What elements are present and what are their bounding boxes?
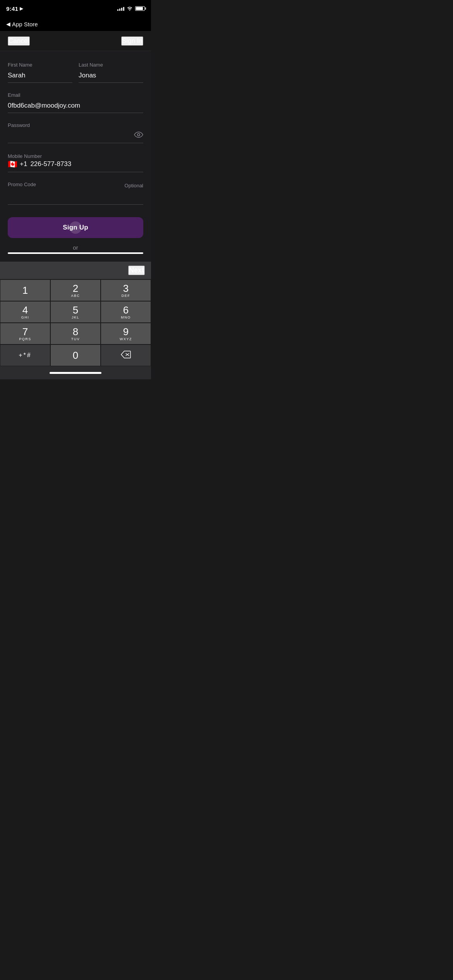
mobile-input[interactable] [30,160,143,168]
sign-up-button[interactable]: Sign Up [8,217,143,238]
location-icon: ▶ [20,6,23,11]
home-bar [50,372,101,374]
canada-flag: 🇨🇦 [8,159,17,169]
home-indicator [0,366,151,379]
status-left: 9:41 ▶ [6,5,23,12]
key-6[interactable]: 6 MNO [101,301,151,323]
key-7[interactable]: 7 PQRS [0,323,50,344]
form-area: First Name Last Name Email Password Mo [0,51,151,262]
mobile-label: Mobile Number [8,153,42,159]
back-arrow-icon: ◀ [6,21,10,27]
country-selector[interactable]: 🇨🇦 +1 [8,159,27,169]
or-text: or [73,244,78,251]
key-delete[interactable] [101,344,151,366]
password-input[interactable] [8,130,134,140]
key-9[interactable]: 9 WXYZ [101,323,151,344]
email-field: Email [8,92,143,113]
first-name-input[interactable] [8,70,72,83]
app-store-label: App Store [12,21,38,27]
key-0[interactable]: 0 [50,344,101,366]
name-row: First Name Last Name [8,62,143,83]
keyboard-toolbar: Next [0,262,151,279]
mobile-input-row: 🇨🇦 +1 [8,159,143,172]
btn-ripple [69,221,82,234]
sign-in-button[interactable]: Sign In [121,36,143,46]
app-store-back[interactable]: ◀ App Store [6,21,38,27]
keyboard-area: Next 1 2 ABC 3 DEF 4 GHI 5 JKL 6 MNO [0,262,151,366]
status-bar: 9:41 ▶ [0,0,151,17]
optional-label: Optional [125,183,143,188]
keyboard-keys: 1 2 ABC 3 DEF 4 GHI 5 JKL 6 MNO 7 PQRS [0,279,151,366]
or-divider: or [8,244,143,251]
key-1[interactable]: 1 [0,279,50,301]
promo-input[interactable] [8,192,143,205]
cancel-button[interactable]: Cancel [8,36,30,46]
country-code: +1 [20,160,27,168]
key-4[interactable]: 4 GHI [0,301,50,323]
key-8[interactable]: 8 TUV [50,323,101,344]
key-3[interactable]: 3 DEF [101,279,151,301]
promo-header: Promo Code Optional [8,182,143,190]
email-input[interactable] [8,100,143,113]
main-nav: Cancel Sign In [0,31,151,51]
app-store-back-bar: ◀ App Store [0,17,151,31]
key-5[interactable]: 5 JKL [50,301,101,323]
mobile-number-field: Mobile Number 🇨🇦 +1 [8,152,143,172]
delete-icon [121,351,131,360]
promo-field: Promo Code Optional [8,182,143,205]
social-signin-bar [8,252,143,254]
eye-icon[interactable] [134,131,143,140]
last-name-field: Last Name [79,62,143,83]
signal-bars [117,6,124,11]
key-special[interactable]: +*# [0,344,50,366]
wifi-icon [127,6,133,12]
first-name-field: First Name [8,62,72,83]
password-label: Password [8,122,143,128]
last-name-input[interactable] [79,70,143,83]
svg-point-0 [137,134,140,136]
last-name-label: Last Name [79,62,143,68]
email-label: Email [8,92,143,98]
status-right [117,6,145,12]
password-field: Password [8,122,143,143]
battery-icon [135,6,145,11]
keyboard-next-button[interactable]: Next [128,266,145,275]
promo-label: Promo Code [8,182,36,187]
password-row [8,130,143,143]
first-name-label: First Name [8,62,72,68]
key-2[interactable]: 2 ABC [50,279,101,301]
status-time: 9:41 [6,5,18,12]
